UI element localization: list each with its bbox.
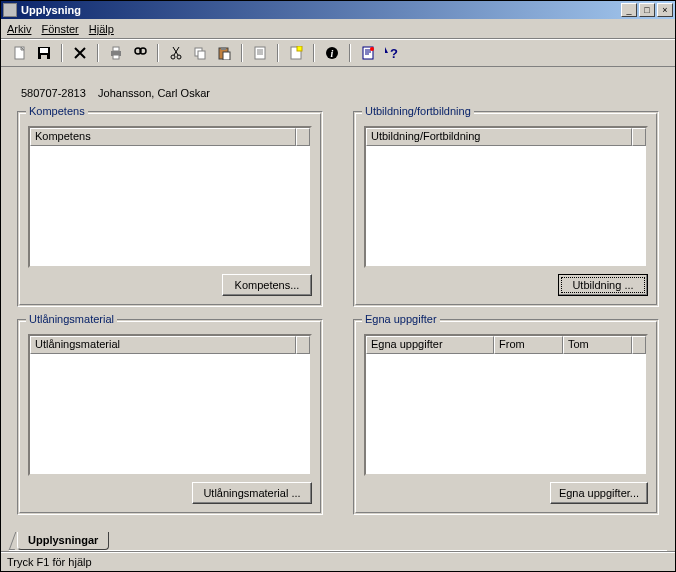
close-button[interactable]: × [657, 3, 673, 17]
menu-fonster[interactable]: Fönster [41, 23, 78, 35]
toolbar: i ? [1, 39, 675, 67]
minimize-button[interactable]: _ [621, 3, 637, 17]
egna-legend: Egna uppgifter [362, 313, 440, 325]
menubar: Arkiv Fönster Hjälp [1, 19, 675, 39]
filler-col [632, 128, 646, 146]
svg-text:?: ? [390, 46, 398, 60]
person-info: 580707-2813 Johansson, Carl Oskar [9, 75, 667, 107]
menu-hjalp[interactable]: Hjälp [89, 23, 114, 35]
svg-rect-6 [113, 55, 119, 59]
person-name: Johansson, Carl Oskar [98, 87, 210, 99]
status-text: Tryck F1 för hjälp [7, 556, 92, 568]
panels-grid: Kompetens Kompetens Kompetens... Utbildn… [9, 107, 667, 525]
utlaning-button[interactable]: Utlåningsmaterial ... [192, 482, 312, 504]
print-icon[interactable] [107, 44, 125, 62]
note-icon[interactable] [359, 44, 377, 62]
egna-list[interactable]: Egna uppgifter From Tom [364, 334, 648, 476]
egna-col2[interactable]: From [494, 336, 563, 354]
utbildning-button[interactable]: Utbildning ... [558, 274, 648, 296]
utlaning-legend: Utlåningsmaterial [26, 313, 117, 325]
toolbar-separator [349, 44, 351, 62]
tab-upplysningar[interactable]: Upplysningar [17, 532, 109, 550]
kompetens-col[interactable]: Kompetens [30, 128, 296, 146]
toolbar-separator [157, 44, 159, 62]
help-icon[interactable]: ? [383, 44, 401, 62]
kompetens-body [30, 146, 310, 266]
copy-icon[interactable] [191, 44, 209, 62]
tabbar: Upplysningar [9, 529, 667, 551]
find-icon[interactable] [131, 44, 149, 62]
maximize-button[interactable]: □ [639, 3, 655, 17]
utlaning-list[interactable]: Utlåningsmaterial [28, 334, 312, 476]
toolbar-separator [61, 44, 63, 62]
content-area: 580707-2813 Johansson, Carl Oskar Kompet… [1, 67, 675, 551]
svg-point-10 [177, 55, 181, 59]
utlaning-col[interactable]: Utlåningsmaterial [30, 336, 296, 354]
save-icon[interactable] [35, 44, 53, 62]
utlaning-panel: Utlåningsmaterial Utlåningsmaterial Utlå… [17, 319, 323, 515]
kompetens-button[interactable]: Kompetens... [222, 274, 312, 296]
utbildning-panel: Utbildning/fortbildning Utbildning/Fortb… [353, 111, 659, 307]
svg-rect-14 [221, 47, 226, 50]
properties-icon[interactable] [287, 44, 305, 62]
svg-rect-18 [297, 46, 302, 51]
statusbar: Tryck F1 för hjälp [1, 551, 675, 571]
person-id: 580707-2813 [21, 87, 86, 99]
titlebar: Upplysning _ □ × [1, 1, 675, 19]
info-icon[interactable]: i [323, 44, 341, 62]
app-window: Upplysning _ □ × Arkiv Fönster Hjälp i ? [0, 0, 676, 572]
filler-col [296, 128, 310, 146]
utlaning-body [30, 354, 310, 474]
egna-body [366, 354, 646, 474]
svg-rect-16 [255, 47, 265, 59]
window-title: Upplysning [21, 4, 619, 16]
toolbar-separator [313, 44, 315, 62]
kompetens-legend: Kompetens [26, 105, 88, 117]
utbildning-legend: Utbildning/fortbildning [362, 105, 474, 117]
filler-col [296, 336, 310, 354]
svg-rect-2 [40, 48, 48, 53]
egna-col1[interactable]: Egna uppgifter [366, 336, 494, 354]
kompetens-panel: Kompetens Kompetens Kompetens... [17, 111, 323, 307]
svg-rect-5 [113, 47, 119, 51]
toolbar-separator [277, 44, 279, 62]
document-icon[interactable] [251, 44, 269, 62]
kompetens-list[interactable]: Kompetens [28, 126, 312, 268]
paste-icon[interactable] [215, 44, 233, 62]
toolbar-separator [97, 44, 99, 62]
new-icon[interactable] [11, 44, 29, 62]
svg-rect-3 [41, 55, 47, 59]
svg-rect-15 [223, 52, 230, 60]
menu-arkiv[interactable]: Arkiv [7, 23, 31, 35]
svg-point-22 [370, 47, 374, 51]
utbildning-col[interactable]: Utbildning/Fortbildning [366, 128, 632, 146]
toolbar-separator [241, 44, 243, 62]
svg-text:i: i [331, 48, 334, 59]
delete-icon[interactable] [71, 44, 89, 62]
utbildning-list[interactable]: Utbildning/Fortbildning [364, 126, 648, 268]
svg-rect-12 [198, 51, 205, 59]
egna-col3[interactable]: Tom [563, 336, 632, 354]
cut-icon[interactable] [167, 44, 185, 62]
egna-button[interactable]: Egna uppgifter... [550, 482, 648, 504]
filler-col [632, 336, 646, 354]
app-icon [3, 3, 17, 17]
svg-point-9 [171, 55, 175, 59]
egna-panel: Egna uppgifter Egna uppgifter From Tom E… [353, 319, 659, 515]
utbildning-body [366, 146, 646, 266]
